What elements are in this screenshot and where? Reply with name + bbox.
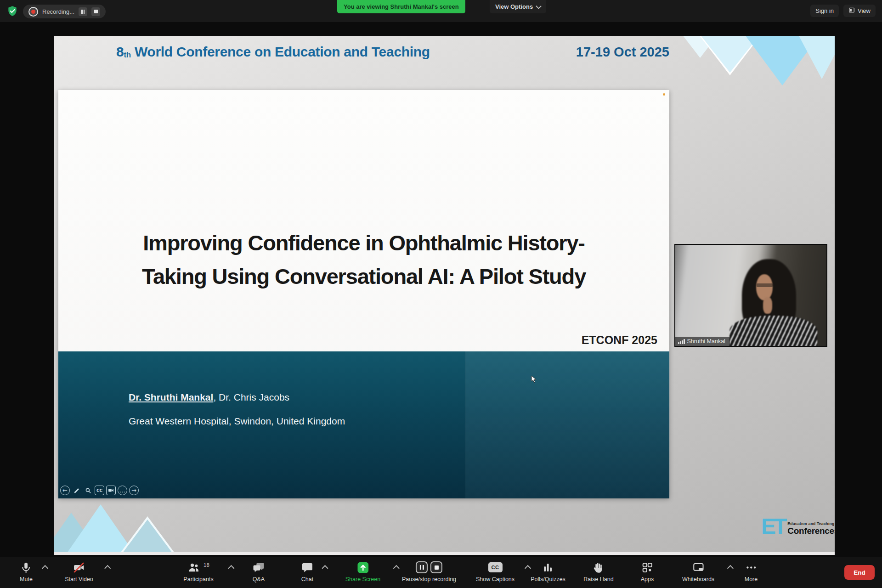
conference-tag: ETCONF 2025 <box>582 334 657 347</box>
apps-button[interactable]: Apps <box>641 560 654 582</box>
chat-bubble-icon <box>301 561 314 574</box>
pause-stop-recording-button[interactable]: Pause/stop recording <box>402 560 456 582</box>
bar-chart-icon <box>542 561 554 574</box>
conference-title: 8th World Conference on Education and Te… <box>116 44 430 60</box>
slide-header: 8th World Conference on Education and Te… <box>58 44 669 60</box>
meeting-control-bar: Mute Start Video 18 Participants Q&A <box>0 557 882 588</box>
et-monogram: ET <box>761 516 785 537</box>
author-rest: , Dr. Chris Jacobs <box>213 392 289 402</box>
end-meeting-button[interactable]: End <box>844 565 875 580</box>
author-primary: Dr. Shruthi Mankal <box>129 392 213 402</box>
logo-name: Conferences <box>787 526 835 535</box>
view-options-button[interactable]: View Options <box>490 0 546 13</box>
video-camera-off-icon <box>73 561 85 574</box>
chevron-up-icon[interactable] <box>322 565 328 571</box>
qa-bubbles-icon <box>253 561 265 574</box>
view-options-label: View Options <box>495 3 533 10</box>
sign-in-button[interactable]: Sign in <box>810 5 839 17</box>
participants-count-badge: 18 <box>204 562 209 568</box>
author-line: Dr. Shruthi Mankal, Dr. Chris Jacobs <box>129 385 345 409</box>
participant-hand <box>763 297 772 313</box>
more-dots-icon[interactable]: … <box>118 486 127 495</box>
mute-button[interactable]: Mute <box>20 560 33 582</box>
deco-triangle-icon <box>123 520 172 552</box>
next-arrow-icon[interactable]: → <box>129 486 139 495</box>
chevron-down-icon <box>536 3 542 9</box>
view-label: View <box>858 7 871 14</box>
viewing-screen-banner: You are viewing Shruthi Mankal's screen <box>337 0 465 13</box>
meeting-top-bar: Recording... You are viewing Shruthi Man… <box>0 0 882 22</box>
pause-recording-icon[interactable] <box>416 561 428 573</box>
chevron-up-icon[interactable] <box>42 565 48 571</box>
show-captions-button[interactable]: CC Show Captions <box>476 560 514 582</box>
et-conferences-logo: ET Education and Teaching Conferences <box>761 516 835 537</box>
recording-indicator: Recording... <box>23 5 106 18</box>
more-ellipsis-icon <box>745 561 757 574</box>
logo-tagline: Education and Teaching <box>787 522 835 526</box>
participants-button[interactable]: 18 Participants <box>183 560 213 582</box>
participant-name: Shruthi Mankal <box>687 338 725 345</box>
raise-hand-icon <box>592 561 605 574</box>
chat-button[interactable]: Chat <box>301 560 314 582</box>
share-screen-button[interactable]: Share Screen <box>345 560 380 582</box>
conference-date: 17-19 Oct 2025 <box>576 45 669 60</box>
share-screen-icon <box>357 561 369 574</box>
slide-authors: Dr. Shruthi Mankal, Dr. Chris Jacobs Gre… <box>129 385 345 433</box>
participant-name-tag: Shruthi Mankal <box>675 337 730 346</box>
sign-in-label: Sign in <box>815 7 834 14</box>
previous-arrow-icon[interactable]: ← <box>60 486 70 495</box>
slide-title: Improving Confidence in Ophthalmic Histo… <box>58 226 669 293</box>
zoom-meeting-window: Recording... You are viewing Shruthi Man… <box>0 0 882 588</box>
microphone-icon <box>20 561 32 574</box>
captions-icon[interactable]: CC <box>95 486 104 495</box>
presenter-annotation-toolbar: ← CC … → <box>60 486 139 495</box>
pause-recording-button[interactable] <box>79 7 87 16</box>
participant-video-tile[interactable]: Shruthi Mankal <box>674 244 827 347</box>
magnifier-icon[interactable] <box>83 486 93 495</box>
mouse-cursor <box>531 375 537 385</box>
chevron-up-icon[interactable] <box>393 565 400 571</box>
participants-icon <box>187 561 200 574</box>
connection-signal-icon <box>678 339 685 344</box>
stop-recording-icon[interactable] <box>430 561 442 573</box>
slide-footer-band: Dr. Shruthi Mankal, Dr. Chris Jacobs Gre… <box>58 351 669 498</box>
security-shield-icon[interactable] <box>6 5 18 19</box>
more-button[interactable]: More <box>745 560 758 582</box>
chevron-up-icon[interactable] <box>104 565 111 571</box>
glasses-icon <box>757 283 773 288</box>
deco-triangle-icon <box>799 36 835 79</box>
whiteboards-button[interactable]: Whiteboards <box>682 560 714 582</box>
recording-label: Recording... <box>42 8 74 15</box>
polls-quizzes-button[interactable]: Polls/Quizzes <box>531 560 565 582</box>
presentation-bottom-strip <box>54 552 835 555</box>
status-dot <box>663 93 665 96</box>
participant-face <box>756 274 773 300</box>
camera-icon[interactable] <box>106 486 116 495</box>
chevron-up-icon[interactable] <box>727 565 734 571</box>
pen-icon[interactable] <box>72 486 81 495</box>
qa-button[interactable]: Q&A <box>253 560 265 582</box>
participant-sweater <box>729 316 817 347</box>
start-video-button[interactable]: Start Video <box>65 560 93 582</box>
slide-title-line2: Taking Using Conversational AI: A Pilot … <box>58 260 669 293</box>
apps-grid-icon <box>641 561 654 574</box>
view-layout-icon <box>848 7 855 15</box>
whiteboard-icon <box>692 561 705 574</box>
slide-title-line1: Improving Confidence in Ophthalmic Histo… <box>58 226 669 260</box>
chevron-up-icon[interactable] <box>525 565 531 571</box>
captions-cc-icon: CC <box>488 562 502 572</box>
stop-recording-button[interactable] <box>91 7 100 16</box>
slide-footer-band-right <box>465 351 670 498</box>
affiliation: Great Western Hospital, Swindon, United … <box>129 409 345 433</box>
chevron-up-icon[interactable] <box>228 565 235 571</box>
view-button[interactable]: View <box>843 5 876 17</box>
record-icon <box>28 7 38 17</box>
slide-canvas: Improving Confidence in Ophthalmic Histo… <box>58 90 669 498</box>
raise-hand-button[interactable]: Raise Hand <box>583 560 613 582</box>
